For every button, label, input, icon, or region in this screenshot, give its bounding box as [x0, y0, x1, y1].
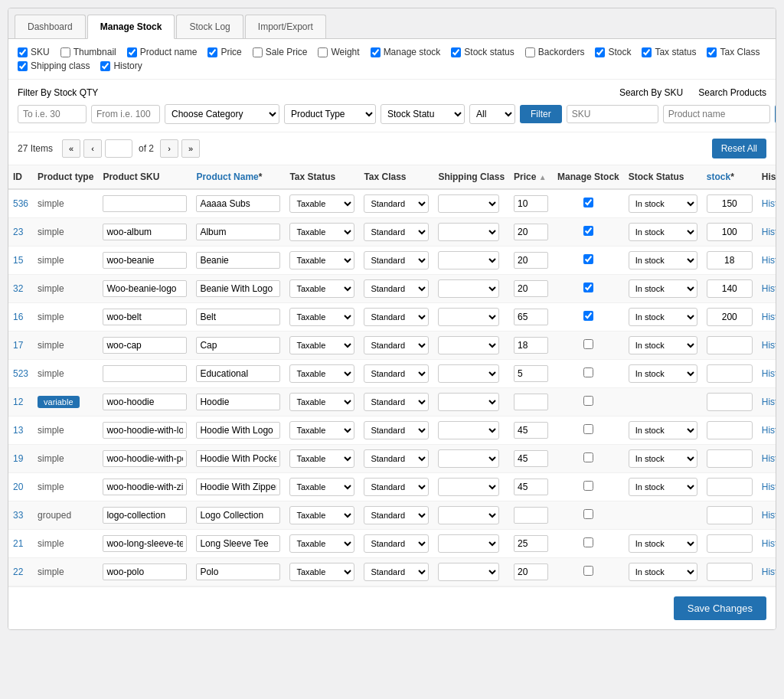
tax-status-select[interactable]: Taxable — [289, 506, 354, 524]
price-input[interactable] — [514, 479, 548, 495]
cell-stock[interactable] — [702, 247, 757, 275]
cell-tax-class[interactable]: Standard — [359, 416, 433, 445]
tax-class-select[interactable]: Standard — [364, 308, 429, 326]
tab-dashboard[interactable]: Dashboard — [15, 15, 86, 38]
id-link[interactable]: 523 — [13, 368, 28, 379]
cell-shipping-class[interactable] — [433, 332, 509, 360]
cell-name[interactable] — [191, 388, 285, 416]
cell-manage-stock[interactable] — [553, 332, 624, 360]
shipping-class-select[interactable] — [438, 506, 499, 524]
cell-name[interactable] — [191, 189, 285, 218]
price-input[interactable] — [514, 309, 548, 325]
stock-input[interactable] — [707, 279, 753, 298]
cell-stock-status[interactable]: In stock — [624, 416, 702, 445]
cell-sku[interactable] — [98, 247, 191, 275]
cell-tax-status[interactable]: Taxable — [285, 530, 359, 558]
product-name-search-input[interactable] — [663, 105, 770, 123]
cell-sku[interactable] — [98, 416, 191, 445]
id-link[interactable]: 20 — [13, 482, 23, 492]
cell-price[interactable] — [509, 332, 553, 360]
tax-status-select[interactable]: Taxable — [289, 421, 354, 439]
first-page-button[interactable]: « — [62, 139, 80, 158]
cell-stock[interactable] — [702, 189, 757, 218]
cell-sku[interactable] — [98, 332, 191, 360]
price-input[interactable] — [514, 365, 548, 382]
cell-stock[interactable] — [702, 332, 757, 360]
shipping-class-select[interactable] — [438, 364, 499, 383]
stock-input[interactable] — [707, 364, 753, 383]
tab-stock-log[interactable]: Stock Log — [176, 15, 243, 38]
cell-sku[interactable] — [98, 473, 191, 501]
manage-stock-checkbox[interactable] — [583, 424, 593, 434]
cell-stock[interactable] — [702, 445, 757, 473]
id-link[interactable]: 22 — [13, 567, 23, 577]
cell-tax-status[interactable]: Taxable — [285, 332, 359, 360]
tax-status-select[interactable]: Taxable — [289, 563, 354, 581]
tax-class-select[interactable]: Standard — [364, 279, 429, 298]
filter-button[interactable]: Filter — [520, 105, 562, 123]
shipping-class-select[interactable] — [438, 308, 499, 326]
all-select[interactable]: All — [469, 104, 515, 124]
tax-status-select[interactable]: Taxable — [289, 336, 354, 354]
price-input[interactable] — [514, 195, 548, 212]
cell-stock[interactable] — [702, 303, 757, 332]
history-link[interactable]: History — [762, 482, 776, 492]
cell-tax-class[interactable]: Standard — [359, 247, 433, 275]
cell-tax-class[interactable]: Standard — [359, 388, 433, 416]
cell-history[interactable]: History — [757, 247, 776, 275]
stock-input[interactable] — [707, 506, 753, 524]
id-link[interactable]: 12 — [13, 397, 23, 407]
cell-manage-stock[interactable] — [553, 530, 624, 558]
manage-stock-checkbox[interactable] — [583, 452, 593, 462]
price-input[interactable] — [514, 394, 548, 410]
manage-stock-checkbox[interactable] — [583, 311, 593, 321]
cell-shipping-class[interactable] — [433, 360, 509, 388]
col-toggle-price[interactable]: Price — [207, 47, 241, 57]
product-name-input[interactable] — [196, 563, 280, 580]
stock-input[interactable] — [707, 251, 753, 269]
col-toggle-stock[interactable]: Stock — [595, 47, 631, 57]
cell-stock-status[interactable]: In stock — [624, 558, 702, 586]
tax-class-select[interactable]: Standard — [364, 336, 429, 354]
history-link[interactable]: History — [762, 425, 776, 436]
cell-shipping-class[interactable] — [433, 530, 509, 558]
manage-stock-checkbox[interactable] — [583, 226, 593, 236]
cell-history[interactable]: History — [757, 530, 776, 558]
cell-shipping-class[interactable] — [433, 388, 509, 416]
next-page-button[interactable]: › — [160, 139, 178, 158]
cell-tax-status[interactable]: Taxable — [285, 558, 359, 586]
cell-tax-class[interactable]: Standard — [359, 445, 433, 473]
cell-history[interactable]: History — [757, 558, 776, 586]
cell-shipping-class[interactable] — [433, 303, 509, 332]
cell-price[interactable] — [509, 275, 553, 303]
cell-tax-class[interactable]: Standard — [359, 275, 433, 303]
cell-manage-stock[interactable] — [553, 275, 624, 303]
cell-history[interactable]: History — [757, 303, 776, 332]
tax-status-select[interactable]: Taxable — [289, 308, 354, 326]
tax-class-select[interactable]: Standard — [364, 563, 429, 581]
shipping-class-select[interactable] — [438, 251, 499, 269]
sku-input[interactable] — [103, 563, 187, 580]
cell-sku[interactable] — [98, 530, 191, 558]
shipping-class-select[interactable] — [438, 279, 499, 298]
cell-sku[interactable] — [98, 218, 191, 247]
cell-tax-status[interactable]: Taxable — [285, 416, 359, 445]
stock-status-cell-select[interactable]: In stock — [629, 478, 697, 496]
stock-input[interactable] — [707, 393, 753, 411]
sku-search-input[interactable] — [567, 105, 658, 123]
cell-stock-status[interactable] — [624, 388, 702, 416]
price-input[interactable] — [514, 252, 548, 269]
stock-status-cell-select[interactable]: In stock — [629, 223, 697, 241]
id-link[interactable]: 21 — [13, 538, 23, 549]
price-input[interactable] — [514, 422, 548, 439]
manage-stock-checkbox[interactable] — [583, 396, 593, 406]
stock-input[interactable] — [707, 194, 753, 213]
cell-tax-status[interactable]: Taxable — [285, 247, 359, 275]
history-link[interactable]: History — [762, 198, 776, 209]
tax-status-select[interactable]: Taxable — [289, 279, 354, 298]
cell-price[interactable] — [509, 501, 553, 530]
sku-input[interactable] — [103, 479, 187, 495]
cell-stock-status[interactable]: In stock — [624, 360, 702, 388]
col-toggle-shipping-class[interactable]: Shipping class — [18, 60, 90, 71]
cell-stock-status[interactable]: In stock — [624, 530, 702, 558]
